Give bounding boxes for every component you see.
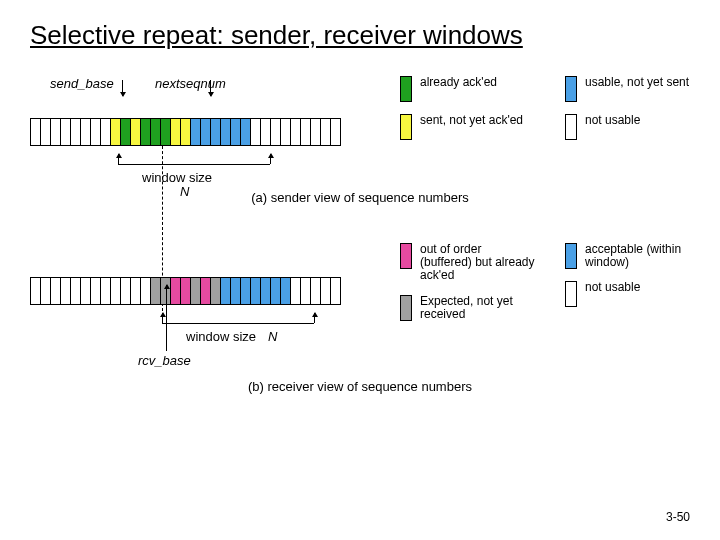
pointer-nextseqnum — [210, 80, 211, 96]
label-rcv-base: rcv_base — [138, 353, 191, 368]
page-number: 3-50 — [666, 510, 690, 524]
seq-slot — [330, 118, 341, 146]
sender-top-labels: send_base nextseqnum — [30, 76, 690, 96]
sender-caption: (a) sender view of sequence numbers — [30, 190, 690, 205]
receiver-caption: (b) receiver view of sequence numbers — [30, 379, 690, 394]
swatch-yellow — [400, 114, 412, 140]
slide-title: Selective repeat: sender, receiver windo… — [30, 20, 690, 51]
receiver-block: out of order (buffered) but already ack'… — [30, 235, 690, 394]
legend-item: acceptable (within window) — [565, 243, 700, 269]
text: window size — [186, 329, 256, 344]
diagram: already ack'ed sent, not yet ack'ed usab… — [30, 76, 690, 394]
swatch-blue — [565, 243, 577, 269]
pointer-rcv-base — [166, 285, 167, 351]
legend-item: not usable — [565, 281, 700, 307]
pointer-send-base — [122, 80, 123, 96]
receiver-legend: out of order (buffered) but already ack'… — [400, 243, 700, 321]
sender-window-bracket: window size N — [30, 154, 690, 184]
swatch-white — [565, 114, 577, 140]
window-size-symbol: N — [268, 329, 277, 344]
label-send-base: send_base — [50, 76, 114, 91]
sender-block: already ack'ed sent, not yet ack'ed usab… — [30, 76, 690, 205]
receiver-window-bracket: window size N — [30, 313, 690, 343]
label-nextseqnum: nextseqnum — [155, 76, 226, 91]
receiver-bottom-labels: rcv_base — [30, 347, 690, 373]
legend-text: acceptable (within window) — [585, 243, 700, 269]
legend-text: not usable — [585, 114, 640, 127]
seq-slot — [330, 277, 341, 305]
legend-item: out of order (buffered) but already ack'… — [400, 243, 535, 283]
swatch-pink — [400, 243, 412, 269]
window-size-label: window size — [142, 170, 212, 185]
legend-text: out of order (buffered) but already ack'… — [420, 243, 535, 283]
swatch-white — [565, 281, 577, 307]
legend-text: sent, not yet ack'ed — [420, 114, 523, 127]
legend-item: not usable — [565, 114, 700, 140]
legend-item: sent, not yet ack'ed — [400, 114, 535, 140]
window-size-label: window size — [186, 329, 256, 344]
window-size-symbol: N — [180, 184, 189, 199]
legend-text: not usable — [585, 281, 640, 294]
text: window size — [142, 170, 212, 185]
